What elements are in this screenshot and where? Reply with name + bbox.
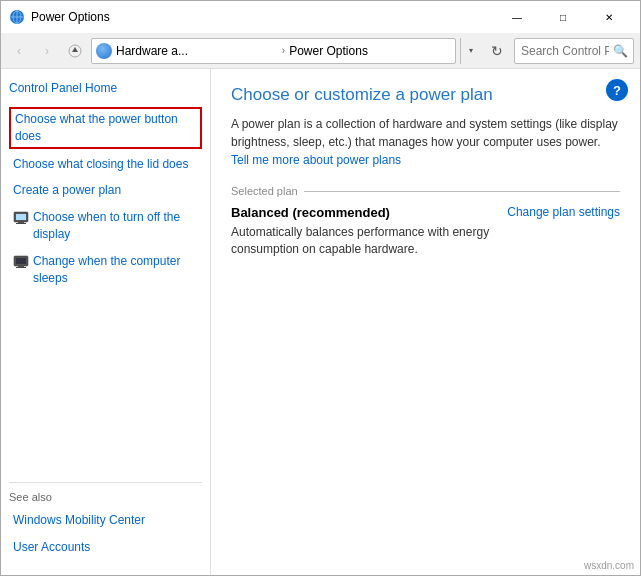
sidebar-item-computer-sleeps[interactable]: Change when the computer sleeps <box>9 250 202 290</box>
main-heading: Choose or customize a power plan <box>231 85 620 105</box>
sidebar-home-link[interactable]: Control Panel Home <box>9 81 202 95</box>
sidebar-item-computer-sleeps-label: Change when the computer sleeps <box>33 253 198 287</box>
sidebar-footer: See also Windows Mobility Center User Ac… <box>9 482 202 563</box>
forward-button[interactable]: › <box>35 39 59 63</box>
svg-rect-13 <box>16 267 26 268</box>
minimize-button[interactable]: — <box>494 1 540 33</box>
sidebar-item-closing-lid-label: Choose what closing the lid does <box>13 156 188 173</box>
sleep-monitor-icon <box>13 254 29 270</box>
title-bar: Power Options — □ ✕ <box>1 1 640 33</box>
refresh-button[interactable]: ↻ <box>484 38 510 64</box>
monitor-icon <box>13 210 29 226</box>
main-panel: ? Choose or customize a power plan A pow… <box>211 69 640 575</box>
sidebar-item-power-button-label: Choose what the power button does <box>15 111 196 145</box>
selected-plan-section: Selected plan Balanced (recommended) Aut… <box>231 185 620 258</box>
sidebar-item-power-button[interactable]: Choose what the power button does <box>9 107 202 149</box>
content-area: Control Panel Home Choose what the power… <box>1 69 640 575</box>
breadcrumb-icon <box>96 43 112 59</box>
sidebar-mobility-center-link[interactable]: Windows Mobility Center <box>9 509 202 532</box>
plan-info: Balanced (recommended) Automatically bal… <box>231 205 507 258</box>
title-bar-text: Power Options <box>31 10 494 24</box>
search-icon: 🔍 <box>613 44 628 58</box>
svg-rect-7 <box>16 214 26 220</box>
up-button[interactable] <box>63 39 87 63</box>
sidebar-item-create-plan-label: Create a power plan <box>13 182 121 199</box>
breadcrumb-current: Power Options <box>289 44 451 58</box>
address-bar: ‹ › Hardware a... › Power Options ▾ ↻ 🔍 <box>1 33 640 69</box>
sidebar-see-also: See also <box>9 491 202 503</box>
title-bar-controls: — □ ✕ <box>494 1 632 33</box>
tell-me-more-link[interactable]: Tell me more about power plans <box>231 153 401 167</box>
main-description: A power plan is a collection of hardware… <box>231 115 620 169</box>
sidebar-item-turn-off-display-label: Choose when to turn off the display <box>33 209 198 243</box>
sidebar-user-accounts-link[interactable]: User Accounts <box>9 536 202 559</box>
breadcrumb-short: Hardware a... <box>116 44 278 58</box>
plan-desc: Automatically balances performance with … <box>231 224 507 258</box>
close-button[interactable]: ✕ <box>586 1 632 33</box>
sidebar-item-turn-off-display[interactable]: Choose when to turn off the display <box>9 206 202 246</box>
watermark: wsxdn.com <box>584 560 634 571</box>
change-plan-link[interactable]: Change plan settings <box>507 205 620 219</box>
plan-name: Balanced (recommended) <box>231 205 507 220</box>
svg-rect-9 <box>16 223 26 224</box>
sidebar-mobility-center-label: Windows Mobility Center <box>13 512 145 529</box>
window: Power Options — □ ✕ ‹ › Hardware a... › … <box>0 0 641 576</box>
breadcrumb-separator: › <box>282 45 285 56</box>
sidebar-user-accounts-label: User Accounts <box>13 539 90 556</box>
sidebar: Control Panel Home Choose what the power… <box>1 69 211 575</box>
maximize-button[interactable]: □ <box>540 1 586 33</box>
sidebar-item-create-plan[interactable]: Create a power plan <box>9 179 202 202</box>
window-icon <box>9 9 25 25</box>
help-button[interactable]: ? <box>606 79 628 101</box>
selected-plan-label: Selected plan <box>231 185 620 197</box>
svg-rect-11 <box>16 258 26 264</box>
back-button[interactable]: ‹ <box>7 39 31 63</box>
plan-row: Balanced (recommended) Automatically bal… <box>231 205 620 258</box>
sidebar-item-closing-lid[interactable]: Choose what closing the lid does <box>9 153 202 176</box>
address-dropdown-button[interactable]: ▾ <box>460 38 480 64</box>
search-wrap: 🔍 <box>514 38 634 64</box>
address-input[interactable]: Hardware a... › Power Options <box>91 38 456 64</box>
